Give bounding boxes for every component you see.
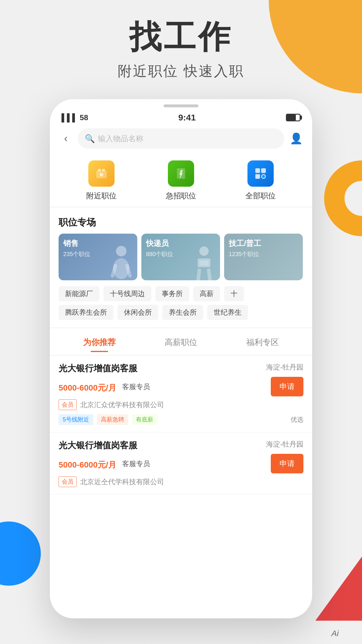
search-icon: 🔍 [85,134,95,144]
job-card-delivery-title: 快递员 [146,238,173,249]
tag-tengyue[interactable]: 腾跃养生会所 [59,305,113,320]
section-title: 职位专场 [50,210,312,234]
tags-row-1: 新能源厂 十号线周边 事务所 高薪 十 [50,280,312,303]
job-card-sales[interactable]: 销售 235个职位 [59,234,137,280]
tab-recommend[interactable]: 为你推荐 [83,337,116,352]
svg-line-19 [209,270,210,280]
nearby-label: 附近职位 [86,191,117,201]
person-icon-sales [105,239,137,280]
job-listing-1-salary: 5000-6000元/月 [59,382,116,393]
job-listing-2-location: 海淀-牡丹园 [266,440,303,449]
job-card-delivery[interactable]: 快递员 880个职位 [141,234,220,280]
job-listing-2-salary-row: 5000-6000元/月 客服专员 申请 [59,454,303,473]
tab-row: 为你推荐 高薪职位 福利专区 [50,331,312,356]
tags-row-2: 腾跃养生会所 休闲会所 养生会所 世纪养生 [50,303,312,325]
job-listing-2-left: 光大银行增值岗客服 [59,440,137,452]
tag-more[interactable]: 十 [224,286,244,301]
user-icon[interactable]: 👤 [289,131,303,146]
job-listing-2-salary: 5000-6000元/月 [59,459,116,470]
job-listing-1-header: 光大银行增值岗客服 海淀-牡丹园 [59,363,303,374]
all-label: 全部职位 [245,191,276,201]
tag-century[interactable]: 世纪养生 [207,305,248,320]
svg-point-11 [116,246,126,256]
job-listing-2-title: 光大银行增值岗客服 [59,440,137,452]
job-card-tech-count: 1235个职位 [229,250,261,258]
job-listing-1-location: 海淀-牡丹园 [266,363,303,372]
orange-arc-decoration [315,155,362,242]
status-bar: ▌▌▌ 58 9:41 [50,107,312,125]
back-button[interactable]: ‹ [59,131,73,146]
battery-indicator [286,114,301,121]
apply-btn-1[interactable]: 申请 [271,377,303,396]
apply-btn-2[interactable]: 申请 [271,454,303,473]
all-icon [247,160,274,187]
job-card-tech-title: 技工/普工 [229,238,261,249]
nearby-icon [88,160,115,187]
tag-group-1: 5号线附近 高薪急聘 有底薪 [59,414,157,425]
svg-point-3 [100,173,103,176]
svg-rect-2 [102,169,105,171]
job-card-tech[interactable]: 技工/普工 1235个职位 [224,234,303,280]
svg-rect-17 [199,260,209,266]
search-placeholder: 输入物品名称 [98,134,143,144]
app-label: Ai [331,629,339,638]
battery-fill [287,115,296,120]
svg-rect-1 [98,169,101,171]
job-listing-1-title: 光大银行增值岗客服 [59,363,137,374]
tag-leisure[interactable]: 休闲会所 [117,305,158,320]
divider-1 [50,207,312,207]
time-display: 9:41 [178,113,196,123]
search-input-box[interactable]: 🔍 输入物品名称 [78,128,284,149]
tag-base-salary: 有底薪 [132,414,157,425]
urgent-label: 急招职位 [166,191,196,201]
job-listing-1-tags: 5号线附近 高薪急聘 有底薪 优选 [59,414,303,425]
job-card-tech-text: 技工/普工 1235个职位 [229,238,261,258]
job-card-delivery-text: 快递员 880个职位 [146,238,173,258]
category-nearby[interactable]: 附近职位 [86,160,117,201]
bg-red-triangle [315,556,362,621]
tag-high-salary[interactable]: 高薪 [193,286,220,301]
job-card-sales-count: 235个职位 [63,250,90,258]
search-bar-row: ‹ 🔍 输入物品名称 👤 [50,125,312,155]
bg-blue-circle [0,522,41,586]
category-urgent[interactable]: 急招职位 [166,160,196,201]
svg-point-10 [262,175,265,178]
company-name-1: 北京汇众优学科技有限公司 [80,400,164,410]
job-listing-1-type: 客服专员 [122,382,150,391]
job-listing-2-type: 客服专员 [122,459,150,468]
job-card-delivery-count: 880个职位 [146,250,173,258]
tab-high-salary[interactable]: 高薪职位 [165,337,197,352]
tab-welfare[interactable]: 福利专区 [246,337,279,352]
sub-title: 附近职位 快速入职 [0,62,362,80]
svg-rect-6 [255,168,260,173]
svg-line-18 [198,270,199,280]
job-card-sales-title: 销售 [63,238,90,249]
tag-wellness[interactable]: 养生会所 [162,305,203,320]
svg-point-15 [199,246,209,256]
job-listing-1-salary-row: 5000-6000元/月 客服专员 申请 [59,377,303,396]
job-listing-2: 光大银行增值岗客服 海淀-牡丹园 5000-6000元/月 客服专员 申请 会员… [50,433,312,495]
tag-subway[interactable]: 十号线周边 [103,286,151,301]
job-listing-1: 光大银行增值岗客服 海淀-牡丹园 5000-6000元/月 客服专员 申请 会员… [50,356,312,433]
job-listing-2-header: 光大银行增值岗客服 海淀-牡丹园 [59,440,303,452]
phone-handle [164,104,198,107]
tag-urgent-hire: 高薪急聘 [97,414,128,425]
member-badge-2: 会员 [59,476,77,487]
job-listing-2-company-row: 会员 北京近仝代学科技有限公司 [59,476,303,487]
svg-rect-8 [255,174,260,179]
member-badge-1: 会员 [59,399,77,410]
preferred-label-1: 优选 [291,415,303,424]
job-listing-1-company-row: 会员 北京汇众优学科技有限公司 [59,399,303,410]
tag-office[interactable]: 事务所 [155,286,189,301]
urgent-icon [168,160,194,187]
job-cards-row: 销售 235个职位 快递员 880个职位 [50,234,312,280]
company-name-2: 北京近仝代学科技有限公司 [80,477,164,487]
phone-mockup: ▌▌▌ 58 9:41 ‹ 🔍 输入物品名称 👤 附近职位 [50,99,312,618]
orange-ring-shape [324,160,362,236]
header-section: 找工作 附近职位 快速入职 [0,18,362,80]
tag-new-energy[interactable]: 新能源厂 [59,286,99,301]
divider-2 [50,328,312,328]
category-all[interactable]: 全部职位 [245,160,276,201]
job-listing-1-left: 光大银行增值岗客服 [59,363,137,374]
main-title: 找工作 [0,18,362,56]
